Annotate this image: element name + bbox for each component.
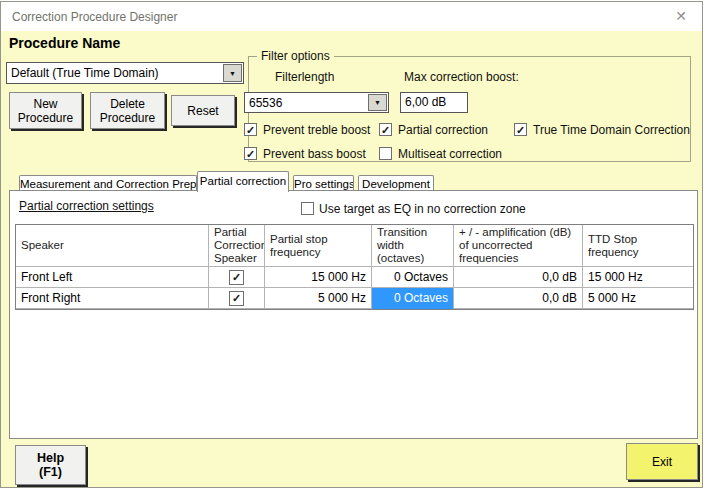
tab-development[interactable]: Development bbox=[358, 175, 434, 191]
partial-correction-settings-heading: Partial correction settings bbox=[19, 199, 154, 213]
help-button[interactable]: Help (F1) bbox=[15, 445, 86, 485]
filter-options-legend: Filter options bbox=[257, 49, 334, 63]
partial-correction-label: Partial correction bbox=[398, 123, 488, 137]
reset-label: Reset bbox=[187, 104, 218, 118]
transition-width-cell-selected[interactable]: 0 Octaves bbox=[372, 288, 454, 309]
procedure-select[interactable]: Default (True Time Domain) ▼ bbox=[6, 62, 244, 84]
checkmark-icon: ✓ bbox=[246, 148, 255, 160]
amplification-cell[interactable]: 0,0 dB bbox=[454, 267, 583, 288]
chevron-down-icon[interactable]: ▼ bbox=[368, 94, 387, 111]
procedure-name-heading: Procedure Name bbox=[9, 35, 120, 51]
header-speaker: Speaker bbox=[16, 225, 209, 267]
new-procedure-label-line1: New bbox=[33, 97, 57, 111]
prevent-bass-boost-label: Prevent bass boost bbox=[263, 147, 366, 161]
help-label-line2: (F1) bbox=[39, 465, 62, 479]
title-bar: Correction Procedure Designer ✕ bbox=[1, 2, 702, 31]
tab-measurement-and-correction-prep[interactable]: Measurement and Correction Prep bbox=[19, 175, 197, 191]
use-target-as-eq-label: Use target as EQ in no correction zone bbox=[319, 202, 526, 216]
header-transition-width: Transition width (octaves) bbox=[372, 225, 454, 267]
amplification-cell[interactable]: 0,0 dB bbox=[454, 288, 583, 309]
multiseat-correction-checkbox[interactable] bbox=[379, 147, 392, 160]
speaker-name-cell[interactable]: Front Left bbox=[16, 267, 209, 288]
partial-speaker-checkbox-cell[interactable]: ✓ bbox=[209, 288, 265, 309]
tab-partial-correction[interactable]: Partial correction bbox=[197, 171, 289, 192]
header-partial-correction-speaker: Partial Correction Speaker bbox=[209, 225, 265, 267]
checkmark-icon: ✓ bbox=[232, 271, 241, 283]
partial-speaker-checkbox[interactable]: ✓ bbox=[229, 291, 244, 306]
use-target-as-eq-checkbox[interactable] bbox=[301, 202, 314, 215]
ttd-stop-frequency-cell[interactable]: 5 000 Hz bbox=[583, 288, 693, 309]
speaker-settings-table: Speaker Partial Correction Speaker Parti… bbox=[15, 224, 694, 310]
partial-stop-frequency-cell[interactable]: 5 000 Hz bbox=[265, 288, 372, 309]
chevron-down-icon[interactable]: ▼ bbox=[223, 64, 242, 82]
close-icon[interactable]: ✕ bbox=[670, 7, 692, 26]
multiseat-correction-label: Multiseat correction bbox=[398, 147, 502, 161]
correction-procedure-designer-dialog: Correction Procedure Designer ✕ Procedur… bbox=[0, 1, 703, 488]
delete-procedure-label-line1: Delete bbox=[110, 97, 145, 111]
exit-label: Exit bbox=[652, 455, 672, 469]
reset-button[interactable]: Reset bbox=[171, 95, 235, 126]
ttd-stop-frequency-cell[interactable]: 15 000 Hz bbox=[583, 267, 693, 288]
max-correction-boost-label: Max correction boost: bbox=[404, 70, 519, 84]
header-amplification: + / - amplification (dB) of uncorrected … bbox=[454, 225, 583, 267]
filterlength-label: Filterlength bbox=[275, 70, 334, 84]
tab-pro-settings[interactable]: Pro settings bbox=[293, 175, 354, 191]
checkmark-icon: ✓ bbox=[516, 124, 525, 136]
max-correction-boost-input[interactable]: 6,00 dB bbox=[400, 92, 468, 113]
prevent-treble-boost-label: Prevent treble boost bbox=[263, 123, 370, 137]
delete-procedure-button[interactable]: Delete Procedure bbox=[90, 92, 165, 129]
partial-correction-checkbox[interactable]: ✓ bbox=[379, 123, 392, 136]
delete-procedure-label-line2: Procedure bbox=[100, 111, 155, 125]
prevent-treble-boost-checkbox[interactable]: ✓ bbox=[244, 123, 257, 136]
header-ttd-stop-frequency: TTD Stop frequency bbox=[583, 225, 693, 267]
partial-stop-frequency-cell[interactable]: 15 000 Hz bbox=[265, 267, 372, 288]
checkmark-icon: ✓ bbox=[246, 124, 255, 136]
exit-button[interactable]: Exit bbox=[626, 443, 698, 480]
checkmark-icon: ✓ bbox=[232, 292, 241, 304]
prevent-bass-boost-checkbox[interactable]: ✓ bbox=[244, 147, 257, 160]
checkmark-icon: ✓ bbox=[381, 124, 390, 136]
new-procedure-label-line2: Procedure bbox=[18, 111, 73, 125]
new-procedure-button[interactable]: New Procedure bbox=[9, 92, 82, 129]
partial-speaker-checkbox-cell[interactable]: ✓ bbox=[209, 267, 265, 288]
true-time-domain-correction-label: True Time Domain Correction bbox=[533, 123, 690, 137]
filterlength-select[interactable]: 65536 ▼ bbox=[244, 92, 389, 113]
true-time-domain-correction-checkbox[interactable]: ✓ bbox=[514, 123, 527, 136]
filterlength-value: 65536 bbox=[249, 93, 282, 112]
speaker-name-cell[interactable]: Front Right bbox=[16, 288, 209, 309]
partial-speaker-checkbox[interactable]: ✓ bbox=[229, 270, 244, 285]
help-label-line1: Help bbox=[37, 451, 64, 465]
header-partial-stop-frequency: Partial stop frequency bbox=[265, 225, 372, 267]
transition-width-cell[interactable]: 0 Octaves bbox=[372, 267, 454, 288]
window-title: Correction Procedure Designer bbox=[12, 10, 177, 24]
procedure-select-value: Default (True Time Domain) bbox=[11, 63, 159, 83]
